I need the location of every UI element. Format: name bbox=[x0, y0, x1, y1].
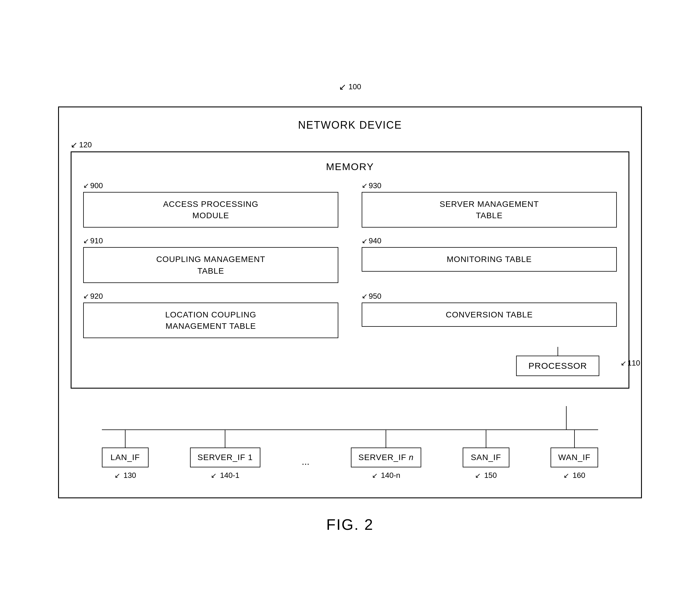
h-bus-line bbox=[102, 430, 598, 430]
module-950: CONVERSION TABLE bbox=[362, 303, 617, 327]
network-device-box: NETWORK DEVICE ↙ 120 MEMORY ↙ 900 bbox=[58, 106, 642, 498]
diagram-area: ↙ 100 NETWORK DEVICE ↙ 120 MEMORY ↙ bbox=[58, 82, 642, 533]
ref-160-arrow: ↙ bbox=[563, 472, 569, 479]
if-ref-server1: ↙ 140-1 bbox=[211, 471, 239, 480]
ref-940: 940 bbox=[369, 236, 381, 245]
drop-wan-if: WAN_IF ↙ 160 bbox=[551, 430, 598, 480]
module-940: MONITORING TABLE bbox=[362, 247, 617, 271]
ref-140-n: 140-n bbox=[381, 471, 400, 479]
module-910-wrapper: ↙ 910 COUPLING MANAGEMENTTABLE bbox=[83, 236, 338, 283]
ref-130: 130 bbox=[124, 471, 136, 479]
proc-down-wrapper bbox=[71, 406, 629, 430]
if-ref-wan: ↙ 160 bbox=[563, 471, 585, 480]
processor-section: PROCESSOR ↙ 110 bbox=[83, 347, 617, 376]
if-ref-lan: ↙ 130 bbox=[114, 471, 136, 480]
module-910: COUPLING MANAGEMENTTABLE bbox=[83, 247, 338, 283]
memory-grid: ↙ 900 ACCESS PROCESSINGMODULE ↙ 930 bbox=[83, 181, 617, 338]
module-930: SERVER MANAGEMENTTABLE bbox=[362, 192, 617, 228]
fig-label: FIG. 2 bbox=[58, 516, 642, 533]
ref-930-arrow: ↙ bbox=[362, 181, 367, 190]
wan-if-label: WAN_IF bbox=[558, 453, 590, 462]
if-box-san: SAN_IF bbox=[463, 448, 509, 467]
network-device-title: NETWORK DEVICE bbox=[71, 119, 629, 131]
ref-900: 900 bbox=[90, 181, 103, 190]
if-box-lan: LAN_IF bbox=[102, 448, 149, 467]
ref-140-1: 140-1 bbox=[220, 471, 240, 479]
ref-140-1-arrow: ↙ bbox=[211, 472, 216, 479]
ref-920: 920 bbox=[90, 292, 103, 301]
memory-title: MEMORY bbox=[83, 161, 617, 172]
ref-140-n-arrow: ↙ bbox=[372, 472, 378, 479]
proc-up-line bbox=[558, 347, 558, 356]
if-box-wan: WAN_IF bbox=[551, 448, 598, 467]
if-box-servern: SERVER_IF n bbox=[351, 448, 421, 467]
ref-130-arrow: ↙ bbox=[114, 472, 120, 479]
processor-label: PROCESSOR bbox=[528, 361, 587, 371]
module-900-wrapper: ↙ 900 ACCESS PROCESSINGMODULE bbox=[83, 181, 338, 228]
module-930-label: SERVER MANAGEMENTTABLE bbox=[440, 200, 539, 220]
module-940-wrapper: ↙ 940 MONITORING TABLE bbox=[362, 236, 617, 283]
if-box-server1: SERVER_IF 1 bbox=[190, 448, 260, 467]
drop-lan-if: LAN_IF ↙ 130 bbox=[102, 430, 149, 480]
ref-120: 120 bbox=[79, 140, 92, 149]
module-950-wrapper: ↙ 950 CONVERSION TABLE bbox=[362, 292, 617, 338]
drop-line-san bbox=[486, 430, 486, 448]
server-if-1-label: SERVER_IF 1 bbox=[198, 453, 253, 462]
ref-930: 930 bbox=[369, 181, 381, 190]
ref-110-tag: ↙ 110 bbox=[621, 359, 640, 368]
drop-line-lan bbox=[125, 430, 126, 448]
ref-150-arrow: ↙ bbox=[475, 472, 481, 479]
ref-120-arrow: ↙ bbox=[71, 140, 77, 150]
dots-label: ··· bbox=[302, 458, 310, 469]
interfaces-section: LAN_IF ↙ 130 SERVER_IF 1 bbox=[71, 406, 629, 480]
server-if-n-label: SERVER_IF n bbox=[359, 453, 414, 462]
ref-950: 950 bbox=[369, 292, 381, 301]
ref-910-arrow: ↙ bbox=[83, 237, 89, 245]
drops-row: LAN_IF ↙ 130 SERVER_IF 1 bbox=[102, 430, 598, 480]
processor-box: PROCESSOR bbox=[516, 356, 599, 376]
ref-950-arrow: ↙ bbox=[362, 292, 367, 300]
module-920-wrapper: ↙ 920 LOCATION COUPLINGMANAGEMENT TABLE bbox=[83, 292, 338, 338]
if-ref-san: ↙ 150 bbox=[475, 471, 497, 480]
ref-110-arrow: ↙ bbox=[621, 359, 626, 367]
lan-if-label: LAN_IF bbox=[111, 453, 140, 462]
module-920-label: LOCATION COUPLINGMANAGEMENT TABLE bbox=[165, 310, 256, 331]
if-ref-servern: ↙ 140-n bbox=[372, 471, 400, 480]
processor-col: PROCESSOR ↙ 110 bbox=[516, 347, 599, 376]
ref-910: 910 bbox=[90, 236, 103, 245]
ref-100: 100 bbox=[349, 82, 361, 91]
drop-line-servern bbox=[386, 430, 386, 448]
module-910-label: COUPLING MANAGEMENTTABLE bbox=[156, 255, 265, 275]
module-900-label: ACCESS PROCESSINGMODULE bbox=[163, 200, 259, 220]
drop-line-server1 bbox=[225, 430, 225, 448]
module-900: ACCESS PROCESSINGMODULE bbox=[83, 192, 338, 228]
module-940-label: MONITORING TABLE bbox=[447, 255, 532, 264]
dots-col: ··· bbox=[302, 430, 310, 480]
drop-san-if: SAN_IF ↙ 150 bbox=[463, 430, 509, 480]
ref-900-arrow: ↙ bbox=[83, 181, 89, 190]
ref-940-arrow: ↙ bbox=[362, 237, 367, 245]
memory-box: MEMORY ↙ 900 ACCESS PROCESSINGMODULE bbox=[71, 151, 629, 388]
san-if-label: SAN_IF bbox=[471, 453, 501, 462]
drop-line-wan bbox=[574, 430, 575, 448]
proc-down-line bbox=[566, 406, 566, 430]
processor-box-wrapper: PROCESSOR ↙ 110 bbox=[516, 356, 599, 376]
module-920: LOCATION COUPLINGMANAGEMENT TABLE bbox=[83, 303, 338, 338]
page-container: ↙ 100 NETWORK DEVICE ↙ 120 MEMORY ↙ bbox=[29, 19, 671, 596]
ref-100-arrow: ↙ bbox=[339, 82, 346, 92]
ref-110: 110 bbox=[628, 359, 640, 368]
ref-150: 150 bbox=[484, 471, 497, 479]
module-950-label: CONVERSION TABLE bbox=[446, 310, 533, 319]
ref-160: 160 bbox=[573, 471, 585, 479]
module-930-wrapper: ↙ 930 SERVER MANAGEMENTTABLE bbox=[362, 181, 617, 228]
drop-server-if-1: SERVER_IF 1 ↙ 140-1 bbox=[190, 430, 260, 480]
ref-920-arrow: ↙ bbox=[83, 292, 89, 300]
drop-server-if-n: SERVER_IF n ↙ 140-n bbox=[351, 430, 421, 480]
